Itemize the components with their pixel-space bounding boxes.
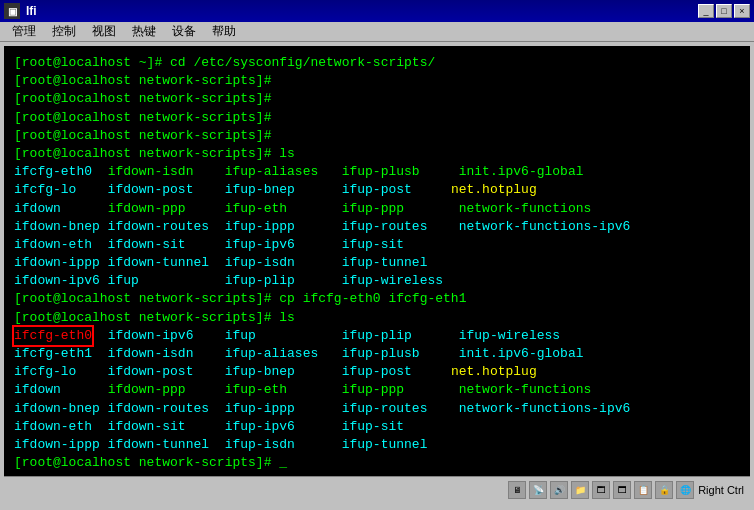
maximize-button[interactable]: □ — [716, 4, 732, 18]
app-icon: ▣ — [4, 3, 20, 19]
status-icon-1[interactable]: 🖥 — [508, 481, 526, 499]
menu-help[interactable]: 帮助 — [204, 21, 244, 42]
status-icon-4[interactable]: 📁 — [571, 481, 589, 499]
menu-hotkey[interactable]: 热键 — [124, 21, 164, 42]
menu-bar: 管理 控制 视图 热键 设备 帮助 — [0, 22, 754, 42]
window-title: Ifi — [26, 4, 37, 18]
status-icon-9[interactable]: 🌐 — [676, 481, 694, 499]
close-button[interactable]: × — [734, 4, 750, 18]
status-icon-8[interactable]: 🔒 — [655, 481, 673, 499]
menu-control[interactable]: 控制 — [44, 21, 84, 42]
status-icon-3[interactable]: 🔊 — [550, 481, 568, 499]
status-icon-7[interactable]: 📋 — [634, 481, 652, 499]
status-icon-2[interactable]: 📡 — [529, 481, 547, 499]
minimize-button[interactable]: _ — [698, 4, 714, 18]
title-bar-buttons: _ □ × — [698, 4, 750, 18]
terminal[interactable]: [root@localhost ~]# cd /etc/sysconfig/ne… — [4, 46, 750, 476]
terminal-wrapper: [root@localhost ~]# cd /etc/sysconfig/ne… — [0, 42, 754, 510]
status-icon-5[interactable]: 🗔 — [592, 481, 610, 499]
menu-view[interactable]: 视图 — [84, 21, 124, 42]
status-icons: 🖥 📡 🔊 📁 🗔 🗖 📋 🔒 🌐 — [508, 481, 694, 499]
status-bar: 🖥 📡 🔊 📁 🗔 🗖 📋 🔒 🌐 Right Ctrl — [4, 476, 750, 502]
right-ctrl-label: Right Ctrl — [698, 484, 744, 496]
status-icon-6[interactable]: 🗖 — [613, 481, 631, 499]
title-bar: ▣ Ifi _ □ × — [0, 0, 754, 22]
menu-device[interactable]: 设备 — [164, 21, 204, 42]
title-bar-left: ▣ Ifi — [4, 3, 37, 19]
menu-manage[interactable]: 管理 — [4, 21, 44, 42]
